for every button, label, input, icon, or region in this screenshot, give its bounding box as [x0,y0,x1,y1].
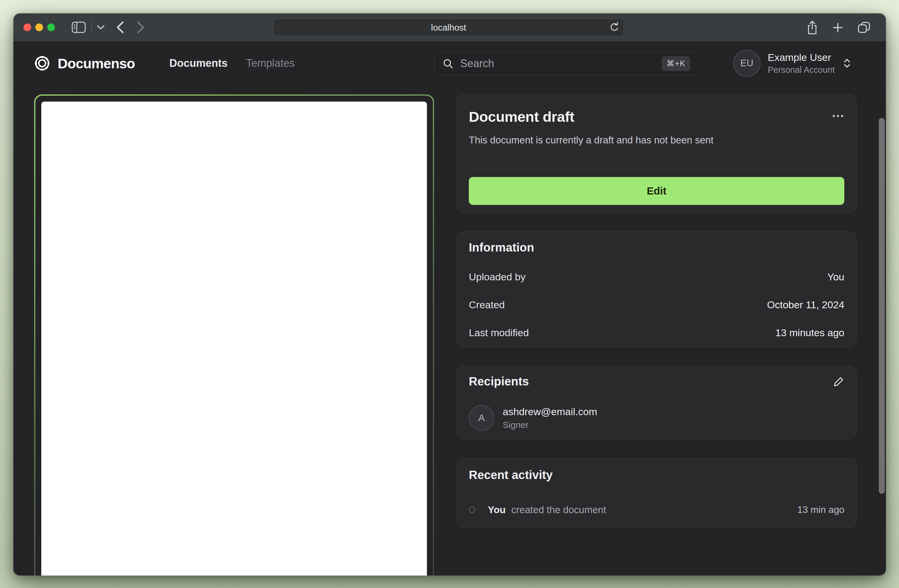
recipient-row: A ashdrew@email.com Signer [457,397,856,438]
information-card: Information Uploaded by You Created Octo… [457,231,857,347]
recipient-meta: ashdrew@email.com Signer [503,406,597,430]
nav-documents[interactable]: Documents [169,57,227,69]
activity-action: created the document [511,504,606,515]
dot-icon [837,115,839,117]
activity-bullet-icon [469,507,475,513]
document-preview-inner [36,96,433,576]
toolbar-divider [91,22,92,33]
info-value: You [827,271,844,283]
document-page [41,102,427,576]
plus-icon [832,22,844,34]
user-meta: Example User Personal Account [768,52,835,75]
scrollbar[interactable] [879,118,885,494]
chevron-down-icon [97,24,105,30]
search-shortcut-badge: ⌘+K [662,56,690,71]
address-bar[interactable]: localhost [273,19,624,36]
recipient-role: Signer [503,420,597,430]
main-content: Document draft This document is currentl… [13,85,886,575]
minimize-window-button[interactable] [36,23,43,31]
app-header: Documenso Documents Templates Search ⌘+K… [13,42,886,85]
document-preview-frame [34,94,434,576]
tab-overview-button[interactable] [857,22,870,34]
activity-row: You created the document 13 min ago [457,491,856,528]
address-url: localhost [431,23,466,32]
documenso-logo[interactable]: Documenso [33,54,135,72]
user-initials: EU [740,58,754,69]
close-window-button[interactable] [23,23,31,31]
activity-time: 13 min ago [797,504,844,515]
info-value: October 11, 2024 [767,299,844,311]
pencil-icon [833,376,844,387]
activity-card-header: Recent activity [457,458,856,491]
activity-text: You created the document [488,504,797,515]
recent-activity-card: Recent activity You created the document… [457,458,857,528]
info-label: Last modified [469,327,529,338]
edit-recipients-button[interactable] [833,376,844,387]
user-account-type: Personal Account [768,65,835,75]
toolbar-right-actions [806,13,870,42]
more-options-button[interactable] [830,112,846,120]
edit-button[interactable]: Edit [469,177,844,205]
brand-name: Documenso [58,55,135,72]
draft-card-header: Document draft This document is currentl… [457,95,856,170]
draft-card-title: Document draft [469,108,844,125]
recipients-card-title: Recipients [469,375,529,388]
back-arrow-icon [116,21,125,34]
search-icon [442,58,454,69]
sidebar-menu-button[interactable] [97,24,105,30]
user-menu[interactable]: EU Example User Personal Account [733,49,852,77]
back-button[interactable] [116,21,125,34]
info-row-created: Created October 11, 2024 [457,291,856,319]
chevron-up-down-icon [842,57,852,69]
recipient-avatar: A [469,405,494,431]
recipient-initial: A [478,412,485,423]
info-row-last-modified: Last modified 13 minutes ago [457,319,856,347]
reload-button[interactable] [609,22,619,34]
share-icon [806,20,818,35]
main-nav: Documents Templates [169,57,295,69]
new-tab-button[interactable] [832,22,844,34]
recipient-email: ashdrew@email.com [503,406,597,418]
draft-card-footer: Edit [457,170,856,212]
dot-icon [833,115,835,117]
nav-templates[interactable]: Templates [246,57,295,69]
sidebar-icon [72,22,86,33]
share-button[interactable] [806,20,818,35]
forward-button[interactable] [136,21,145,34]
user-avatar: EU [733,49,760,77]
activity-card-title: Recent activity [469,468,553,482]
info-row-uploaded-by: Uploaded by You [457,263,856,291]
browser-window: localhost [13,13,886,576]
recipients-card: Recipients A ashdrew@email.com Signer [457,366,857,439]
info-label: Uploaded by [469,271,525,283]
search-input[interactable]: Search ⌘+K [434,51,698,76]
forward-arrow-icon [136,21,145,34]
search-placeholder: Search [460,57,662,70]
traffic-lights [23,23,55,31]
tabs-icon [857,22,870,34]
browser-toolbar: localhost [13,13,886,42]
activity-actor: You [488,504,506,515]
info-label: Created [469,299,505,311]
information-card-title: Information [469,241,534,254]
zoom-window-button[interactable] [47,23,55,31]
document-side-panel: Document draft This document is currentl… [457,94,857,528]
dot-icon [841,115,843,117]
recipients-card-header: Recipients [457,366,856,397]
draft-card-subtitle: This document is currently a draft and h… [469,134,844,146]
user-name: Example User [768,52,835,63]
info-value: 13 minutes ago [775,327,845,338]
reload-icon [609,22,619,32]
sidebar-toggle-button[interactable] [72,22,86,33]
information-card-header: Information [457,232,856,263]
documenso-logo-icon [33,54,51,72]
document-draft-card: Document draft This document is currentl… [457,94,857,213]
